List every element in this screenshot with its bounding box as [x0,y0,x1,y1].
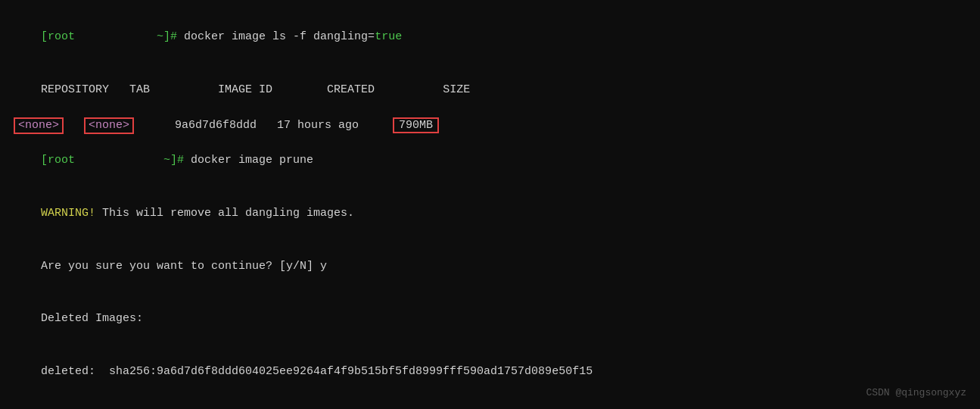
header-size: SIZE [443,83,470,96]
repo-none: <none> [18,119,59,132]
warning-label: WARNING! [41,207,95,220]
tag-none-box: <none> [84,117,134,134]
header-tab: TAB [109,83,218,96]
spacer1 [64,119,84,132]
terminal-window: [root ~]# docker image ls -f dangling=tr… [0,0,980,409]
warning-text: This will remove all dangling images. [95,207,354,220]
table-header: REPOSITORY TAB IMAGE ID CREATED SIZE [14,64,966,117]
hostname-2 [75,154,157,167]
prompt-suffix: ~]# [150,30,177,43]
header-created: CREATED [327,83,443,96]
cmd-line-1: [root ~]# docker image ls -f dangling=tr… [14,11,966,64]
deleted-line-2: deleted: sha256:00134afd2b9311b8d7e5a6f9… [14,398,966,410]
confirm-text: Are you sure you want to continue? [y/N]… [41,260,327,273]
table-row-1: <none> <none> 9a6d7d6f8ddd 17 hours ago … [14,117,966,134]
cmd-line-2: [root ~]# docker image prune [14,134,966,187]
deleted-line-1: deleted: sha256:9a6d7d6f8ddd604025ee9264… [14,345,966,398]
tag-none: <none> [89,119,129,132]
prompt-suffix-2: ~]# [157,154,184,167]
deleted-header: Deleted Images: [14,292,966,345]
deleted-1-text: deleted: sha256:9a6d7d6f8ddd604025ee9264… [41,365,593,378]
prompt-prefix: [root [41,30,75,43]
cmd-value: true [375,30,402,43]
header-imageid: IMAGE ID [218,83,327,96]
spacer2: 9a6d7d6f8ddd 17 hours ago [134,119,393,132]
prompt-prefix-2: [root [41,154,75,167]
watermark-text: CSDN @qingsongxyz [866,387,966,398]
hostname [75,30,150,43]
cmd-text-2: docker image prune [184,154,313,167]
size-value-box: 790MB [393,117,439,133]
cmd-text: docker image ls -f dangling= [177,30,375,43]
confirm-line: Are you sure you want to continue? [y/N]… [14,239,966,292]
warning-line: WARNING! This will remove all dangling i… [14,187,966,240]
repo-none-box: <none> [14,117,64,134]
deleted-header-text: Deleted Images: [41,312,143,325]
header-repo: REPOSITORY [41,83,109,96]
watermark: CSDN @qingsongxyz [866,387,966,398]
